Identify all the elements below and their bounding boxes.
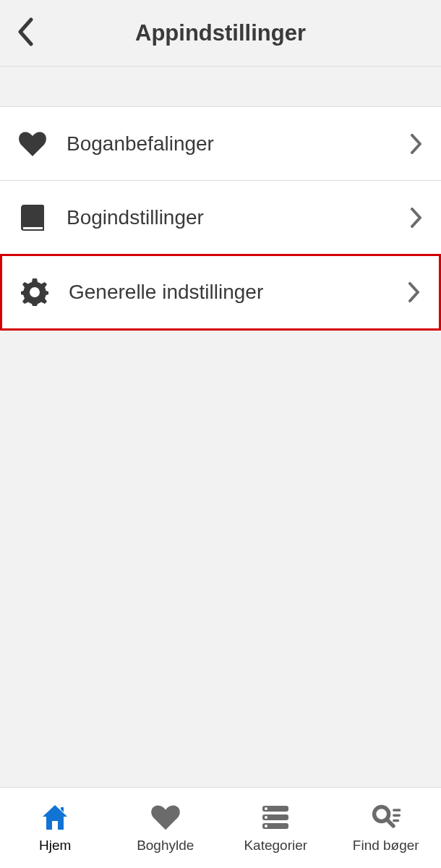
gear-icon [21,278,48,306]
svg-point-5 [265,816,267,819]
svg-point-4 [265,807,267,810]
list-item-label: Generelle indstillinger [69,281,408,304]
nav-bookshelf[interactable]: Boghylde [111,788,221,868]
chevron-right-icon [411,208,422,228]
list-icon [261,803,290,832]
home-icon [40,803,69,832]
chevron-right-icon [411,134,422,154]
list-item-label: Bogindstillinger [67,206,411,229]
nav-label: Find bøger [353,838,419,854]
header: Appindstillinger [0,0,441,67]
content: Boganbefalinger Bogindstillinger [0,107,441,787]
book-icon [19,204,46,231]
nav-label: Hjem [39,838,71,854]
nav-home[interactable]: Hjem [0,788,111,868]
chevron-right-icon [408,282,420,302]
heart-icon [19,130,46,158]
nav-categories[interactable]: Kategorier [220,788,331,868]
svg-point-6 [265,825,267,827]
page-title: Appindstillinger [0,20,441,46]
settings-list: Boganbefalinger Bogindstillinger [0,107,441,331]
list-item-label: Boganbefalinger [67,132,411,156]
list-item-general-settings[interactable]: Generelle indstillinger [0,254,441,331]
list-item-book-settings[interactable]: Bogindstillinger [0,181,441,255]
bottom-nav: Hjem Boghylde Kategorier [0,787,441,868]
nav-search[interactable]: Find bøger [331,788,442,868]
spacer [0,67,441,107]
nav-label: Kategorier [244,838,307,854]
list-item-recommendations[interactable]: Boganbefalinger [0,107,441,181]
nav-label: Boghylde [137,838,194,854]
svg-rect-0 [23,227,43,229]
heart-icon [151,803,180,832]
chevron-left-icon [17,17,33,46]
back-button[interactable] [17,17,33,49]
svg-line-8 [388,820,393,825]
search-icon [372,803,401,832]
